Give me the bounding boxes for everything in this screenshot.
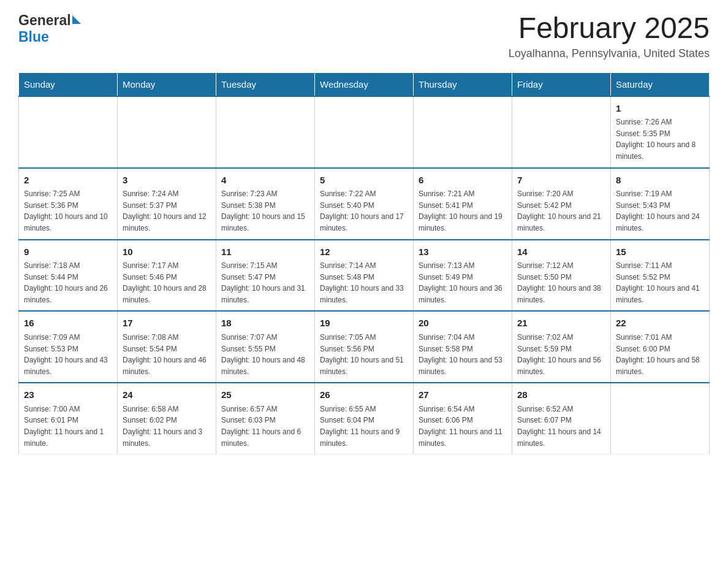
- logo-arrow-icon: [72, 15, 81, 24]
- day-info: Sunrise: 7:12 AMSunset: 5:50 PMDaylight:…: [517, 260, 605, 305]
- calendar-cell: 6Sunrise: 7:21 AMSunset: 5:41 PMDaylight…: [414, 168, 512, 240]
- calendar-day-header: Monday: [118, 72, 216, 96]
- day-info: Sunrise: 7:22 AMSunset: 5:40 PMDaylight:…: [320, 188, 408, 234]
- calendar-cell: 1Sunrise: 7:26 AMSunset: 5:35 PMDaylight…: [611, 96, 710, 168]
- day-info: Sunrise: 7:04 AMSunset: 5:58 PMDaylight:…: [419, 332, 507, 377]
- day-number: 5: [320, 174, 408, 188]
- day-number: 10: [123, 245, 211, 259]
- calendar-cell: 27Sunrise: 6:54 AMSunset: 6:06 PMDayligh…: [414, 383, 512, 454]
- calendar-week-row: 2Sunrise: 7:25 AMSunset: 5:36 PMDaylight…: [19, 168, 710, 240]
- calendar-day-header: Wednesday: [315, 72, 414, 96]
- calendar-cell: 13Sunrise: 7:13 AMSunset: 5:49 PMDayligh…: [414, 240, 512, 312]
- calendar-cell: 20Sunrise: 7:04 AMSunset: 5:58 PMDayligh…: [414, 311, 512, 383]
- calendar-cell: [512, 96, 611, 168]
- calendar-cell: [611, 383, 710, 454]
- day-info: Sunrise: 7:14 AMSunset: 5:48 PMDaylight:…: [320, 260, 408, 305]
- day-info: Sunrise: 7:21 AMSunset: 5:41 PMDaylight:…: [419, 188, 507, 234]
- calendar-cell: 11Sunrise: 7:15 AMSunset: 5:47 PMDayligh…: [216, 240, 315, 312]
- calendar-day-header: Saturday: [611, 72, 710, 96]
- calendar-cell: 4Sunrise: 7:23 AMSunset: 5:38 PMDaylight…: [216, 168, 315, 240]
- location-title: Loyalhanna, Pennsylvania, United States: [509, 47, 710, 60]
- calendar-week-row: 9Sunrise: 7:18 AMSunset: 5:44 PMDaylight…: [19, 240, 710, 312]
- day-number: 26: [320, 388, 408, 402]
- day-info: Sunrise: 7:01 AMSunset: 6:00 PMDaylight:…: [616, 332, 704, 377]
- day-info: Sunrise: 6:58 AMSunset: 6:02 PMDaylight:…: [123, 404, 211, 449]
- day-number: 7: [517, 174, 605, 188]
- calendar-cell: 22Sunrise: 7:01 AMSunset: 6:00 PMDayligh…: [611, 311, 710, 383]
- day-info: Sunrise: 6:52 AMSunset: 6:07 PMDaylight:…: [517, 404, 605, 449]
- day-info: Sunrise: 7:07 AMSunset: 5:55 PMDaylight:…: [221, 332, 309, 377]
- day-number: 22: [616, 316, 704, 331]
- day-info: Sunrise: 6:55 AMSunset: 6:04 PMDaylight:…: [320, 404, 408, 449]
- day-number: 9: [24, 245, 112, 259]
- calendar-cell: 26Sunrise: 6:55 AMSunset: 6:04 PMDayligh…: [315, 383, 414, 454]
- day-info: Sunrise: 7:20 AMSunset: 5:42 PMDaylight:…: [517, 188, 605, 234]
- day-info: Sunrise: 7:23 AMSunset: 5:38 PMDaylight:…: [221, 188, 309, 234]
- day-number: 21: [517, 316, 605, 331]
- day-info: Sunrise: 7:18 AMSunset: 5:44 PMDaylight:…: [24, 260, 112, 305]
- calendar-cell: 12Sunrise: 7:14 AMSunset: 5:48 PMDayligh…: [315, 240, 414, 312]
- day-info: Sunrise: 7:11 AMSunset: 5:52 PMDaylight:…: [616, 260, 704, 305]
- logo-blue-text: Blue: [18, 29, 49, 45]
- day-number: 16: [24, 316, 112, 331]
- logo-general-text: General: [18, 12, 71, 29]
- day-number: 1: [616, 102, 704, 116]
- day-number: 15: [616, 245, 704, 259]
- calendar-week-row: 16Sunrise: 7:09 AMSunset: 5:53 PMDayligh…: [19, 311, 710, 383]
- day-number: 8: [616, 174, 704, 188]
- calendar-cell: 18Sunrise: 7:07 AMSunset: 5:55 PMDayligh…: [216, 311, 315, 383]
- day-number: 2: [24, 174, 112, 188]
- page-header: General Blue February 2025 Loyalhanna, P…: [18, 12, 710, 60]
- calendar-cell: 2Sunrise: 7:25 AMSunset: 5:36 PMDaylight…: [19, 168, 118, 240]
- calendar-cell: [19, 96, 118, 168]
- day-info: Sunrise: 7:19 AMSunset: 5:43 PMDaylight:…: [616, 188, 704, 234]
- day-number: 11: [221, 245, 309, 259]
- calendar-cell: 10Sunrise: 7:17 AMSunset: 5:46 PMDayligh…: [118, 240, 216, 312]
- day-number: 13: [419, 245, 507, 259]
- day-number: 3: [123, 174, 211, 188]
- day-number: 27: [419, 388, 507, 402]
- day-info: Sunrise: 7:17 AMSunset: 5:46 PMDaylight:…: [123, 260, 211, 305]
- calendar-cell: 17Sunrise: 7:08 AMSunset: 5:54 PMDayligh…: [118, 311, 216, 383]
- day-number: 24: [123, 388, 211, 402]
- calendar-cell: 19Sunrise: 7:05 AMSunset: 5:56 PMDayligh…: [315, 311, 414, 383]
- calendar-cell: [118, 96, 216, 168]
- calendar-cell: [414, 96, 512, 168]
- month-title: February 2025: [509, 12, 710, 45]
- day-number: 4: [221, 174, 309, 188]
- day-info: Sunrise: 7:26 AMSunset: 5:35 PMDaylight:…: [616, 117, 704, 162]
- calendar-cell: 24Sunrise: 6:58 AMSunset: 6:02 PMDayligh…: [118, 383, 216, 454]
- calendar-cell: 7Sunrise: 7:20 AMSunset: 5:42 PMDaylight…: [512, 168, 611, 240]
- day-info: Sunrise: 7:05 AMSunset: 5:56 PMDaylight:…: [320, 332, 408, 377]
- calendar-day-header: Thursday: [414, 72, 512, 96]
- day-info: Sunrise: 7:09 AMSunset: 5:53 PMDaylight:…: [24, 332, 112, 377]
- calendar-cell: 8Sunrise: 7:19 AMSunset: 5:43 PMDaylight…: [611, 168, 710, 240]
- calendar-cell: [315, 96, 414, 168]
- day-number: 14: [517, 245, 605, 259]
- day-info: Sunrise: 6:57 AMSunset: 6:03 PMDaylight:…: [221, 404, 309, 449]
- day-info: Sunrise: 7:13 AMSunset: 5:49 PMDaylight:…: [419, 260, 507, 305]
- day-info: Sunrise: 7:00 AMSunset: 6:01 PMDaylight:…: [24, 404, 112, 449]
- calendar-cell: 15Sunrise: 7:11 AMSunset: 5:52 PMDayligh…: [611, 240, 710, 312]
- day-number: 28: [517, 388, 605, 402]
- calendar-table: SundayMondayTuesdayWednesdayThursdayFrid…: [18, 72, 710, 454]
- calendar-header-row: SundayMondayTuesdayWednesdayThursdayFrid…: [19, 72, 710, 96]
- calendar-cell: 5Sunrise: 7:22 AMSunset: 5:40 PMDaylight…: [315, 168, 414, 240]
- day-info: Sunrise: 6:54 AMSunset: 6:06 PMDaylight:…: [419, 404, 507, 449]
- calendar-cell: 3Sunrise: 7:24 AMSunset: 5:37 PMDaylight…: [118, 168, 216, 240]
- calendar-cell: 9Sunrise: 7:18 AMSunset: 5:44 PMDaylight…: [19, 240, 118, 312]
- calendar-day-header: Sunday: [19, 72, 118, 96]
- day-info: Sunrise: 7:24 AMSunset: 5:37 PMDaylight:…: [123, 188, 211, 234]
- calendar-cell: 14Sunrise: 7:12 AMSunset: 5:50 PMDayligh…: [512, 240, 611, 312]
- calendar-day-header: Tuesday: [216, 72, 315, 96]
- calendar-cell: 25Sunrise: 6:57 AMSunset: 6:03 PMDayligh…: [216, 383, 315, 454]
- day-number: 20: [419, 316, 507, 331]
- title-block: February 2025 Loyalhanna, Pennsylvania, …: [509, 12, 710, 60]
- calendar-cell: 21Sunrise: 7:02 AMSunset: 5:59 PMDayligh…: [512, 311, 611, 383]
- calendar-week-row: 1Sunrise: 7:26 AMSunset: 5:35 PMDaylight…: [19, 96, 710, 168]
- day-number: 23: [24, 388, 112, 402]
- day-number: 18: [221, 316, 309, 331]
- day-info: Sunrise: 7:15 AMSunset: 5:47 PMDaylight:…: [221, 260, 309, 305]
- calendar-cell: 28Sunrise: 6:52 AMSunset: 6:07 PMDayligh…: [512, 383, 611, 454]
- day-info: Sunrise: 7:08 AMSunset: 5:54 PMDaylight:…: [123, 332, 211, 377]
